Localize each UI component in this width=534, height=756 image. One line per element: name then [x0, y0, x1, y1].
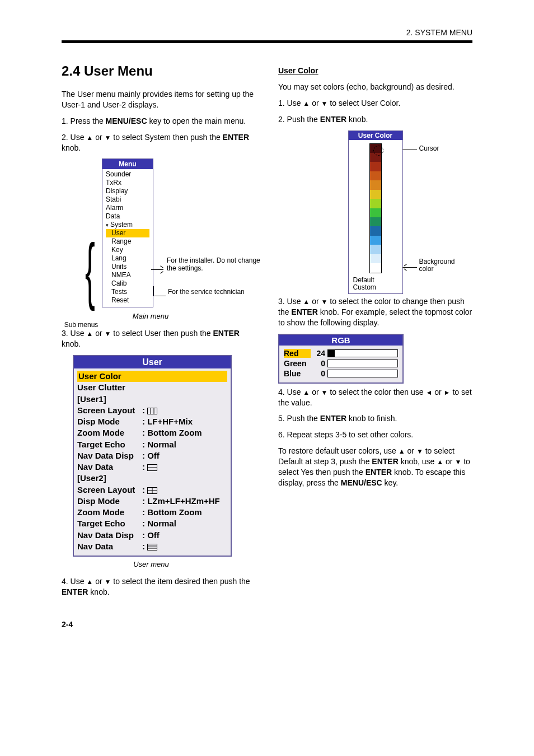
down-icon: ▼ — [321, 100, 327, 107]
step-2: 2. Use ▲ or ▼ to select System then push… — [62, 132, 256, 153]
step-1: 1. Press the MENU/ESC key to open the ma… — [62, 116, 256, 127]
right-icon: ► — [444, 389, 451, 396]
annotation-arrowhead — [404, 268, 406, 270]
user-color-title: User Color — [349, 131, 402, 140]
user-row[interactable]: Zoom Mode: Bottom Zoom — [77, 427, 227, 438]
menu-sub-item[interactable]: Calib — [106, 279, 149, 288]
rgb-row[interactable]: Red24 — [284, 349, 398, 358]
menu-sub-item[interactable]: User — [106, 229, 149, 237]
uc-step-6: 6. Repeat steps 3-5 to set other colors. — [278, 430, 472, 440]
user-row[interactable]: Nav Data: — [77, 541, 227, 552]
user-row[interactable]: User Clutter — [77, 382, 227, 393]
layout-icon — [147, 544, 157, 550]
custom-label: Custom — [353, 284, 398, 291]
uc-step-4: 4. Use ▲ or ▼ to select the color then u… — [278, 387, 472, 408]
user-color-panel: User Color Default Custom — [348, 130, 403, 294]
color-swatch[interactable] — [370, 263, 381, 272]
annotation-line — [402, 267, 417, 268]
user-row-highlight[interactable]: User Color — [77, 371, 227, 382]
annotation-installer: For the installer. Do not change the set… — [167, 257, 262, 272]
uc-step-3: 3. Use ▲ or ▼ to select the color to cha… — [278, 296, 472, 328]
user-row[interactable]: Disp Mode: LF+HF+Mix — [77, 416, 227, 427]
menu-sub-item[interactable]: Units — [106, 263, 149, 271]
menu-sub-item[interactable]: Key — [106, 246, 149, 254]
up-icon: ▲ — [303, 100, 310, 107]
user-row[interactable]: Screen Layout: — [77, 405, 227, 416]
step-4: 4. Use ▲ or ▼ to select the item desired… — [62, 576, 256, 598]
up-icon: ▲ — [437, 459, 443, 465]
color-swatch[interactable] — [370, 190, 381, 199]
user-row[interactable]: Target Echo: Normal — [77, 439, 227, 450]
annotation-arrowhead — [160, 272, 163, 274]
color-swatch[interactable] — [370, 180, 381, 189]
menu-sub-item[interactable]: Reset — [106, 296, 149, 305]
down-icon: ▼ — [104, 330, 111, 337]
user-row[interactable]: Target Echo: Normal — [77, 518, 227, 529]
color-swatch[interactable] — [370, 254, 381, 263]
menu-sub-item[interactable]: Range — [106, 237, 149, 246]
annotation-arrowhead — [404, 264, 406, 266]
color-swatch[interactable] — [370, 199, 381, 208]
menu-item[interactable]: ▾System — [106, 221, 149, 229]
intro-text: The User menu mainly provides items for … — [62, 89, 256, 110]
rgb-row[interactable]: Blue0 — [284, 369, 398, 378]
main-menu-panel: Menu SounderTxRxDisplayStabiAlarmData▾Sy… — [102, 158, 153, 307]
up-icon: ▲ — [399, 448, 405, 455]
rgb-panel: RGB Red24Green0Blue0 — [278, 334, 404, 384]
header-rule — [62, 40, 472, 43]
svg-rect-0 — [148, 408, 157, 414]
down-icon: ▼ — [321, 298, 327, 305]
color-swatch[interactable] — [370, 208, 381, 217]
uc-step-5: 5. Push the ENTER knob to finish. — [278, 413, 472, 424]
default-label: Default — [353, 277, 398, 284]
user-menu-title: User — [74, 356, 231, 368]
annotation-service: For the service technician — [168, 288, 263, 296]
section-title: 2.4 User Menu — [62, 63, 256, 79]
menu-sub-item[interactable]: Lang — [106, 254, 149, 263]
step-3: 3. Use ▲ or ▼ to select User then push t… — [62, 328, 256, 349]
layout-icon — [147, 464, 157, 471]
menu-item[interactable]: Data — [106, 212, 149, 221]
main-menu-caption: Main menu — [86, 312, 215, 320]
menu-item[interactable]: TxRx — [106, 179, 149, 187]
menu-item[interactable]: Sounder — [106, 170, 149, 179]
down-icon: ▼ — [455, 459, 461, 465]
user-section[interactable]: [User1] — [77, 394, 227, 405]
up-icon: ▲ — [86, 330, 93, 337]
menu-item[interactable]: Alarm — [106, 204, 149, 212]
menu-item[interactable]: Stabi — [106, 195, 149, 204]
menu-sub-item[interactable]: Tests — [106, 288, 149, 296]
color-bar — [369, 143, 382, 273]
down-icon: ▼ — [104, 134, 111, 141]
color-swatch[interactable] — [370, 162, 381, 171]
page-header: 2. SYSTEM MENU — [62, 28, 472, 37]
main-menu-title: Menu — [102, 159, 153, 169]
rgb-row[interactable]: Green0 — [284, 359, 398, 368]
left-column: 2.4 User Menu The User menu mainly provi… — [62, 63, 256, 603]
color-swatch[interactable] — [370, 236, 381, 245]
down-icon: ▼ — [321, 389, 327, 396]
uc-note: To restore default user colors, use ▲ or… — [278, 446, 472, 488]
color-swatch[interactable] — [370, 217, 381, 226]
user-row[interactable]: Nav Data: — [77, 461, 227, 473]
cursor-label: Cursor — [419, 145, 439, 152]
color-panel-figure: User Color Default Custom Cursor Back — [303, 130, 448, 294]
user-row[interactable]: Disp Mode: LZm+LF+HZm+HF — [77, 496, 227, 507]
color-swatch[interactable] — [370, 226, 381, 235]
user-row[interactable]: Nav Data Disp: Off — [77, 530, 227, 541]
layout-icon — [147, 408, 157, 414]
submenus-label: Sub menus — [62, 321, 101, 329]
annotation-line — [402, 150, 417, 150]
user-row[interactable]: Nav Data Disp: Off — [77, 450, 227, 461]
color-swatch[interactable] — [370, 171, 381, 180]
user-row[interactable]: Zoom Mode: Bottom Zoom — [77, 507, 227, 518]
user-section[interactable]: [User2] — [77, 473, 227, 484]
menu-sub-item[interactable]: NMEA — [106, 271, 149, 279]
user-row[interactable]: Screen Layout: — [77, 484, 227, 496]
main-menu-figure: Menu SounderTxRxDisplayStabiAlarmData▾Sy… — [62, 158, 256, 307]
color-cursor-icon — [373, 146, 383, 156]
user-color-heading: User Color — [278, 66, 318, 75]
color-swatch[interactable] — [370, 245, 381, 254]
menu-item[interactable]: Display — [106, 187, 149, 195]
uc-step-1: 1. Use ▲ or ▼ to select User Color. — [278, 98, 472, 109]
